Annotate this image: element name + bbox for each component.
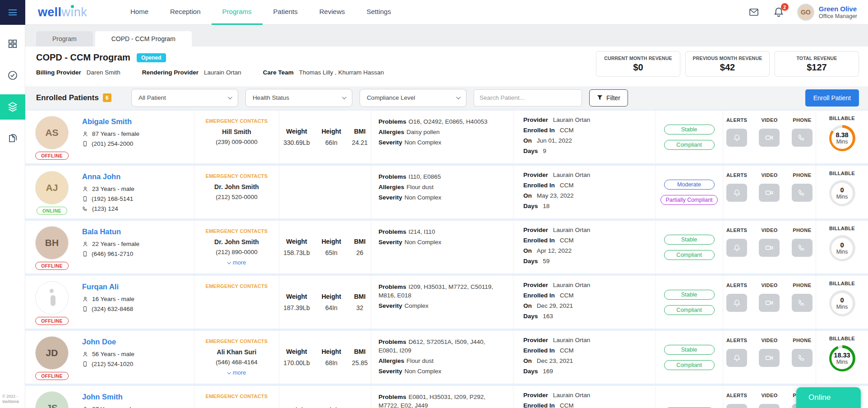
enrollment-cell: ProviderLaurain Ortan Enrolled InCCM OnD… [513, 331, 655, 384]
presence-badge: ONLINE [37, 207, 67, 215]
sidebar-item-dashboard[interactable] [0, 31, 25, 56]
compliance-badge: Compliant [664, 140, 715, 150]
nav-patients[interactable]: Patients [263, 0, 309, 25]
actions-cell: ALERTS VIDEO PHONE [723, 221, 816, 274]
video-button[interactable] [759, 349, 780, 367]
patient-name-link[interactable]: Abigale Smith [82, 117, 139, 126]
weight-value: 330.69Lb [278, 139, 316, 146]
bmi-value: 32 [347, 304, 373, 311]
enrollment-cell: ProviderLaurain Ortan Enrolled InCCM On … [513, 386, 655, 408]
sidebar-item-tasks[interactable] [0, 63, 25, 88]
age-gender: 22 Years - female [82, 241, 139, 247]
presence-badge: OFFLINE [35, 317, 69, 325]
user-menu[interactable]: GO Green Olive Office Manager [797, 4, 857, 21]
wellwink-logo[interactable]: wellwınk [38, 5, 87, 19]
icon-sidebar: © 2022 - WellWink [0, 0, 25, 408]
hamburger-menu-button[interactable] [0, 0, 25, 25]
health-status-badge: Stable [664, 235, 715, 245]
billable-ring: 0 Mins [829, 235, 855, 261]
tab-program[interactable]: Program [36, 31, 93, 46]
sidebar-item-documents[interactable] [0, 126, 25, 151]
patient-name-link[interactable]: Anna John [82, 172, 134, 181]
status-badges-cell: Stable Compliant [655, 331, 723, 384]
weight-value: 170.00Lb [278, 359, 316, 366]
tab-copd-ccm-program[interactable]: COPD - CCM Program [95, 31, 192, 46]
sidebar-item-programs[interactable] [0, 94, 25, 120]
emergency-contact-phone: (239) 009-0000 [194, 139, 279, 145]
logo-dot-icon [71, 5, 74, 8]
user-avatar: GO [797, 4, 814, 21]
severity-line: SeverityComplex [379, 301, 505, 310]
provider-line: ProviderLaurain Ortan [523, 116, 655, 123]
height-value: 68In [316, 359, 347, 366]
phone-button[interactable] [792, 184, 813, 202]
phone-button[interactable] [792, 294, 813, 312]
billable-mins-value: 0 [840, 186, 844, 194]
patient-row: AS OFFLINE Abigale Smith 87 Years - fema… [25, 111, 868, 163]
video-button[interactable] [759, 239, 780, 257]
nav-reviews[interactable]: Reviews [309, 0, 356, 25]
more-link[interactable]: more [227, 369, 246, 376]
alerts-button[interactable] [726, 129, 747, 147]
enrolled-in-line: Enrolled InCCM [523, 182, 655, 189]
emergency-contacts-label: EMERGENCY CONTACTS [194, 118, 279, 124]
filter-button[interactable]: Filter [589, 89, 628, 107]
problems-cell: ProblemsD612, S72051A, I509, J440, E0801… [371, 331, 513, 384]
enrollment-cell: ProviderLaurain Ortan Enrolled InCCM OnA… [513, 221, 655, 274]
billable-cell: BILLABLE 8.38 Mins [816, 111, 868, 163]
funnel-icon [597, 95, 603, 101]
documents-icon [7, 133, 18, 144]
video-label: VIDEO [756, 283, 783, 288]
allergies-line: AllergiesFlour dust [379, 183, 505, 191]
phone-icon [798, 134, 806, 142]
alerts-label: ALERTS [723, 283, 750, 288]
notifications-button[interactable]: 2 [773, 6, 785, 18]
nav-reception[interactable]: Reception [159, 0, 212, 25]
patient-type-select[interactable]: All Patient [131, 89, 238, 107]
patient-name-link[interactable]: Bala Hatun [82, 227, 139, 236]
alerts-button[interactable] [726, 294, 747, 312]
patient-avatar: JD [35, 336, 69, 370]
video-button[interactable] [759, 404, 780, 408]
patient-name-link[interactable]: John Doe [82, 338, 134, 346]
phone-button[interactable] [792, 349, 813, 367]
person-icon [82, 406, 88, 408]
health-status-select[interactable]: Health Status [245, 89, 352, 107]
landline-phone: (123) 124 [82, 205, 134, 212]
nav-home[interactable]: Home [120, 0, 159, 25]
compliance-level-select[interactable]: Compliance Level [360, 89, 466, 107]
alerts-button[interactable] [726, 349, 747, 367]
nav-settings[interactable]: Settings [356, 0, 402, 25]
video-button[interactable] [759, 184, 780, 202]
bell-icon [733, 134, 741, 142]
alerts-label: ALERTS [723, 117, 750, 123]
messages-button[interactable] [748, 7, 760, 18]
phone-button[interactable] [792, 129, 813, 147]
patient-name-link[interactable]: Furqan Ali [82, 283, 134, 291]
vitals-cell: Weight Height BMI 158.73Lb 65In 26 [279, 221, 371, 274]
person-icon [82, 296, 88, 302]
chevron-down-icon [342, 95, 346, 99]
severity-line: SeverityNon Complex [379, 138, 505, 147]
alerts-button[interactable] [726, 239, 747, 257]
status-badges-cell: Stable [655, 386, 723, 408]
vitals-cell: Weight Height BMI [279, 386, 371, 408]
enroll-patient-button[interactable]: Enroll Patient [805, 89, 859, 107]
patient-name-link[interactable]: John Smith [82, 393, 134, 401]
more-link[interactable]: more [227, 259, 246, 266]
care-team: Care TeamThomas Lilly , Khurram Hassan [263, 69, 384, 76]
phone-button[interactable] [792, 239, 813, 257]
video-button[interactable] [759, 129, 780, 147]
chat-online-button[interactable]: Online [796, 387, 861, 408]
grid-icon [8, 39, 18, 49]
patient-count-badge: 6 [103, 93, 111, 102]
mins-label: Mins [836, 139, 848, 145]
video-button[interactable] [759, 294, 780, 312]
alerts-button[interactable] [726, 404, 747, 408]
patient-row: BH OFFLINE Bala Hatun 22 Years - female … [25, 221, 868, 274]
nav-programs[interactable]: Programs [212, 0, 263, 25]
person-icon [82, 241, 88, 247]
search-input[interactable] [474, 89, 582, 107]
presence-badge: OFFLINE [35, 152, 69, 160]
alerts-button[interactable] [726, 184, 747, 202]
